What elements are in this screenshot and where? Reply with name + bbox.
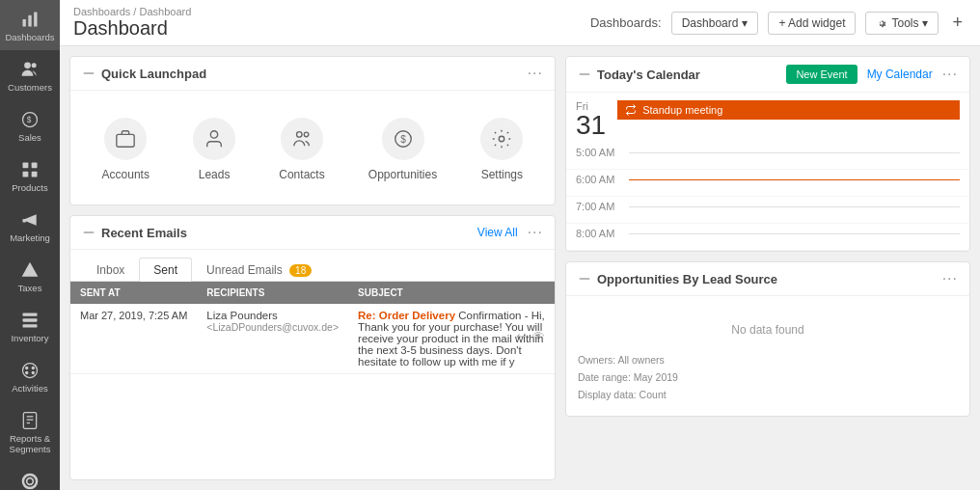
svg-rect-0 <box>23 19 26 27</box>
svg-rect-8 <box>32 163 38 169</box>
col-sent-at: SENT AT <box>70 282 197 304</box>
sales-icon: $ <box>20 110 40 129</box>
launchpad-leads[interactable]: Leads <box>181 110 247 189</box>
recipient-email: <LizaDPounders@cuvox.de> <box>206 321 339 333</box>
new-event-btn[interactable]: New Event <box>786 65 857 84</box>
svg-point-16 <box>23 364 38 378</box>
collapse-icon-emails <box>82 226 95 239</box>
opp-more-btn[interactable]: ··· <box>942 270 958 287</box>
svg-rect-26 <box>117 134 134 147</box>
sidebar-item-customers[interactable]: Customers <box>0 50 60 100</box>
calendar-body: Fri 31 Standup meeting 5:00 AM <box>566 93 969 251</box>
launchpad-opportunities-label: Opportunities <box>368 168 437 181</box>
recipient-name: Liza Pounders <box>206 310 339 321</box>
sidebar-item-inventory[interactable]: Inventory <box>0 301 60 351</box>
calendar-more-btn[interactable]: ··· <box>942 66 958 83</box>
settings-icon <box>491 128 512 150</box>
collapse-icon-opp <box>578 272 591 286</box>
calendar-timeline[interactable]: 5:00 AM 6:00 AM 7:00 AM 8:00 AM <box>566 143 969 251</box>
dashboards-label: Dashboards: <box>590 15 662 30</box>
table-row: Mar 27, 2019, 7:25 AM Liza Pounders <Liz… <box>70 304 555 374</box>
sidebar-item-products[interactable]: Products <box>0 150 60 201</box>
email-table-head: SENT AT RECIPIENTS SUBJECT <box>70 282 555 304</box>
launchpad-title: Quick Launchpad <box>101 67 206 81</box>
svg-rect-9 <box>23 172 29 177</box>
emails-header-right: View All ··· <box>477 224 543 241</box>
launchpad-more-btn[interactable]: ··· <box>528 65 543 82</box>
chevron-down-icon: ▾ <box>742 16 748 30</box>
opp-meta-display: Display data: Count <box>578 387 958 404</box>
time-slot-5am: 5:00 AM <box>566 143 969 170</box>
opp-meta-owners: Owners: All owners <box>578 352 958 369</box>
launchpad-settings[interactable]: Settings <box>469 110 534 189</box>
sidebar-item-reports[interactable]: Reports & Segments <box>0 401 60 462</box>
tab-unread[interactable]: Unread Emails 18 <box>192 258 326 282</box>
tab-inbox[interactable]: Inbox <box>82 258 139 282</box>
calendar-day-header: Fri 31 Standup meeting <box>566 93 969 143</box>
content-area: Quick Launchpad ··· Accounts <box>60 46 980 490</box>
col-subject: SUBJECT <box>348 282 555 304</box>
tab-sent[interactable]: Sent <box>139 258 192 282</box>
calendar-title: Today's Calendar <box>597 68 700 82</box>
add-widget-btn[interactable]: + Add widget <box>768 12 856 35</box>
view-all-link[interactable]: View All <box>477 226 518 239</box>
right-panel: Today's Calendar New Event My Calendar ·… <box>565 56 970 480</box>
tools-chevron-icon: ▾ <box>922 16 928 30</box>
collapse-icon-cal <box>578 68 591 81</box>
svg-point-4 <box>32 63 37 68</box>
svg-rect-13 <box>23 313 38 316</box>
sidebar-item-marketing[interactable]: Marketing <box>0 201 60 251</box>
topbar-title-area: Dashboards / Dashboard Dashboard <box>73 6 191 40</box>
time-divider-6am <box>629 179 960 180</box>
email-subject-bold: Re: Order Delivery <box>358 310 455 321</box>
my-calendar-link[interactable]: My Calendar <box>867 68 933 81</box>
accounts-icon-wrap <box>104 118 147 160</box>
launchpad-header: Quick Launchpad ··· <box>70 57 555 91</box>
col-recipients: RECIPIENTS <box>197 282 348 304</box>
leads-icon <box>204 128 225 150</box>
leads-icon-wrap <box>193 118 235 160</box>
dashboard-dropdown-btn[interactable]: Dashboard ▾ <box>671 12 759 35</box>
email-table-wrapper: SENT AT RECIPIENTS SUBJECT Mar 27, 2019,… <box>70 282 555 374</box>
svg-point-3 <box>24 63 31 69</box>
svg-rect-7 <box>23 163 29 169</box>
svg-rect-21 <box>23 413 36 429</box>
sidebar-item-system[interactable]: System <box>0 462 60 490</box>
add-btn[interactable]: + <box>948 13 966 33</box>
time-divider-5am <box>629 152 960 153</box>
calendar-event-bar[interactable]: Standup meeting <box>617 100 960 120</box>
sidebar-item-sales[interactable]: $ Sales <box>0 100 60 150</box>
svg-point-27 <box>210 131 217 138</box>
sidebar-item-taxes[interactable]: Taxes <box>0 251 60 301</box>
sidebar: Dashboards Customers $ Sales Products Ma… <box>0 0 60 490</box>
topbar: Dashboards / Dashboard Dashboard Dashboa… <box>60 0 980 46</box>
tools-btn[interactable]: Tools ▾ <box>865 12 939 35</box>
svg-rect-14 <box>23 318 38 321</box>
time-divider-8am <box>629 233 960 234</box>
sidebar-item-dashboards[interactable]: Dashboards <box>0 0 60 50</box>
contacts-icon-wrap <box>281 118 323 160</box>
svg-point-19 <box>25 371 28 374</box>
activities-icon <box>20 361 40 380</box>
opp-title: Opportunities By Lead Source <box>597 272 777 286</box>
time-slot-6am: 6:00 AM <box>566 170 969 197</box>
time-label-7am: 7:00 AM <box>576 201 629 212</box>
svg-point-28 <box>296 132 302 138</box>
svg-text:$: $ <box>400 134 406 145</box>
launchpad-contacts-label: Contacts <box>279 168 324 181</box>
event-title: Standup meeting <box>642 104 722 116</box>
launchpad-settings-label: Settings <box>481 168 523 181</box>
calendar-header: Today's Calendar New Event My Calendar ·… <box>566 57 969 93</box>
system-icon <box>20 472 40 490</box>
emails-title-area: Recent Emails <box>82 226 187 240</box>
marketing-icon <box>20 210 40 230</box>
contacts-icon <box>291 128 313 150</box>
main-content: Dashboards / Dashboard Dashboard Dashboa… <box>60 0 980 490</box>
page-title: Dashboard <box>73 17 191 40</box>
launchpad-accounts[interactable]: Accounts <box>91 110 161 189</box>
sidebar-item-activities[interactable]: Activities <box>0 351 60 401</box>
launchpad-contacts[interactable]: Contacts <box>267 110 336 189</box>
launchpad-opportunities[interactable]: $ Opportunities <box>357 110 449 189</box>
gear-icon <box>876 17 887 29</box>
emails-more-btn[interactable]: ··· <box>528 224 543 241</box>
